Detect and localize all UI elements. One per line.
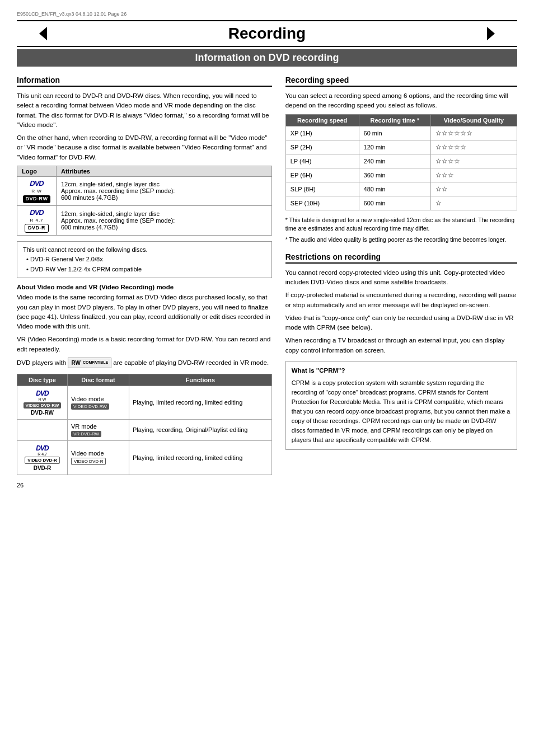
disc-table-header-type: Disc type xyxy=(17,374,68,386)
table-row: DVD R 4.7 VIDEO DVD-R DVD-R Video mode V… xyxy=(17,440,272,475)
speed-cell: SP (2H) xyxy=(285,140,359,154)
disc-type-dvdr: DVD R 4.7 VIDEO DVD-R DVD-R xyxy=(17,440,68,475)
dvd-rw-badge: DVD-RW xyxy=(23,195,51,203)
speed-cell: SEP (10H) xyxy=(285,196,359,210)
recording-speed-heading: Recording speed xyxy=(285,76,517,87)
table-row: XP (1H) 60 min ☆☆☆☆☆☆ xyxy=(285,126,517,140)
time-cell: 120 min xyxy=(359,140,430,154)
table-row: DVD R W VIDEO DVD-RW DVD-RW Video mode V… xyxy=(17,386,272,419)
footnote-2: The audio and video quality is getting p… xyxy=(285,236,517,245)
restrictions-para-2: If copy-protected material is encountere… xyxy=(285,290,517,310)
cprm-text: CPRM is a copy protection system with sc… xyxy=(292,379,510,443)
time-cell: 480 min xyxy=(359,182,430,196)
notice-box: This unit cannot record on the following… xyxy=(17,241,272,279)
speed-cell: SLP (8H) xyxy=(285,182,359,196)
notice-item-1: DVD-R General Ver 2.0/8x xyxy=(30,256,103,262)
logo-table: Logo Attributes DVD R W DVD-RW xyxy=(17,166,272,236)
speed-cell: EP (6H) xyxy=(285,168,359,182)
disc-functions-2: Playing, recording, Original/Playlist ed… xyxy=(129,419,272,440)
rw-compatible-badge: RWCOMPATIBLE xyxy=(68,358,111,368)
page-number: 26 xyxy=(17,482,517,489)
time-cell: 360 min xyxy=(359,168,430,182)
time-cell: 60 min xyxy=(359,126,430,140)
dvd-r-attributes: 12cm, single-sided, single layer disc Ap… xyxy=(57,205,272,235)
about-vr-para-2: VR (Video Recording) mode is a basic rec… xyxy=(17,335,272,354)
footnote-1: This table is designed for a new single-… xyxy=(285,216,517,234)
speed-header-quality: Video/Sound Quality xyxy=(430,114,517,126)
speed-header-speed: Recording speed xyxy=(285,114,359,126)
main-title: Recording xyxy=(17,20,517,47)
disc-format-vr: VR mode VR DVD-RW xyxy=(68,419,129,440)
dvd-rw-attributes: 12cm, single-sided, single layer disc Ap… xyxy=(57,176,272,205)
disc-format-video-3: Video mode VIDEO DVD-R xyxy=(68,440,129,475)
file-meta: E9501CD_EN/FR_v3.qx3 04.8.10 12:01 Page … xyxy=(17,11,517,17)
table-row: SEP (10H) 600 min ☆ xyxy=(285,196,517,210)
disc-type-table: Disc type Disc format Functions DVD R W … xyxy=(17,374,272,475)
dvd-r-logo-cell: DVD R 4.7 DVD-R xyxy=(17,205,57,235)
logo-table-header-logo: Logo xyxy=(17,166,57,176)
dvd-rw-logo-cell: DVD R W DVD-RW xyxy=(17,176,57,205)
about-vr-heading: About Video mode and VR (Video Recording… xyxy=(17,284,272,290)
info-para-1: This unit can record to DVD-R and DVD-RW… xyxy=(17,91,272,130)
r-label: R 4.7 xyxy=(22,218,51,223)
disc-table-header-format: Disc format xyxy=(68,374,129,386)
notice-item-2: DVD-RW Ver 1.2/2-4x CPRM compatible xyxy=(30,266,142,273)
cprm-box: What is "CPRM"? CPRM is a copy protectio… xyxy=(285,361,517,450)
quality-cell: ☆☆☆☆ xyxy=(430,154,517,168)
restrictions-para-4: When recording a TV broadcast or through… xyxy=(285,336,517,355)
quality-cell: ☆☆☆ xyxy=(430,168,517,182)
information-heading: Information xyxy=(17,76,272,87)
cprm-heading: What is "CPRM"? xyxy=(292,366,511,376)
table-row: SP (2H) 120 min ☆☆☆☆☆ xyxy=(285,140,517,154)
disc-functions-3: Playing, limited recording, limited edit… xyxy=(129,440,272,475)
speed-header-time: Recording time * xyxy=(359,114,430,126)
disc-functions-1: Playing, limited recording, limited edit… xyxy=(129,386,272,419)
table-row: DVD R 4.7 DVD-R 12cm, single-sided, sing… xyxy=(17,205,272,235)
rw-label: R W xyxy=(22,189,51,194)
dvd-r-badge: DVD-R xyxy=(25,224,49,233)
compatible-text: DVD players with RWCOMPATIBLE are capabl… xyxy=(17,358,272,368)
disc-table-header-functions: Functions xyxy=(129,374,272,386)
disc-type-dvdrw-vr xyxy=(17,419,68,440)
restrictions-heading: Restrictions on recording xyxy=(285,252,517,264)
recording-speed-intro: You can select a recording speed among 6… xyxy=(285,91,517,111)
table-row: SLP (8H) 480 min ☆☆ xyxy=(285,182,517,196)
sub-title: Information on DVD recording xyxy=(17,49,517,67)
time-cell: 240 min xyxy=(359,154,430,168)
table-row: DVD R W DVD-RW 12cm, single-sided, singl… xyxy=(17,176,272,205)
left-column: Information This unit can record to DVD-… xyxy=(17,76,272,475)
info-para-2: On the other hand, when recording to DVD… xyxy=(17,133,272,162)
speed-table: Recording speed Recording time * Video/S… xyxy=(285,114,517,210)
dvd-r-logo-text: DVD xyxy=(22,208,51,218)
disc-type-dvdrw-video: DVD R W VIDEO DVD-RW DVD-RW xyxy=(17,386,68,419)
notice-line1: This unit cannot record on the following… xyxy=(23,246,148,253)
table-row: LP (4H) 240 min ☆☆☆☆ xyxy=(285,154,517,168)
speed-cell: XP (1H) xyxy=(285,126,359,140)
right-column: Recording speed You can select a recordi… xyxy=(285,76,517,475)
about-vr-para-1: Video mode is the same recording format … xyxy=(17,293,272,331)
quality-cell: ☆☆☆☆☆ xyxy=(430,140,517,154)
restrictions-para-1: You cannot record copy-protected video u… xyxy=(285,268,517,288)
quality-cell: ☆☆ xyxy=(430,182,517,196)
speed-cell: LP (4H) xyxy=(285,154,359,168)
quality-cell: ☆☆☆☆☆☆ xyxy=(430,126,517,140)
dvd-rw-logo-text: DVD xyxy=(22,179,51,189)
disc-format-video-1: Video mode VIDEO DVD-RW xyxy=(68,386,129,419)
table-row: EP (6H) 360 min ☆☆☆ xyxy=(285,168,517,182)
restrictions-para-3: Video that is "copy-once only" can only … xyxy=(285,313,517,333)
logo-table-header-attributes: Attributes xyxy=(57,166,272,176)
time-cell: 600 min xyxy=(359,196,430,210)
quality-cell: ☆ xyxy=(430,196,517,210)
table-row: VR mode VR DVD-RW Playing, recording, Or… xyxy=(17,419,272,440)
